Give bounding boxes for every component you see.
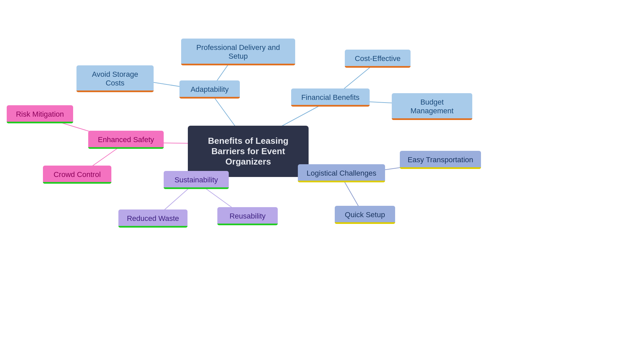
center-node: Benefits of Leasing Barriers for Event O… — [188, 126, 309, 177]
cost-effective-node: Cost-Effective — [345, 50, 411, 68]
enhanced-safety-node: Enhanced Safety — [88, 131, 164, 149]
adaptability-node: Adaptability — [179, 80, 240, 99]
quick-setup-node: Quick Setup — [335, 206, 395, 224]
risk-mitigation-node: Risk Mitigation — [7, 105, 73, 123]
financial-benefits-node: Financial Benefits — [291, 88, 370, 107]
reusability-node: Reusability — [217, 207, 278, 225]
budget-management-node: Budget Management — [392, 93, 472, 120]
avoid-storage-node: Avoid Storage Costs — [76, 65, 154, 92]
easy-transportation-node: Easy Transportation — [400, 151, 481, 169]
crowd-control-node: Crowd Control — [43, 166, 111, 184]
reduced-waste-node: Reduced Waste — [118, 209, 187, 228]
logistical-challenges-node: Logistical Challenges — [298, 164, 385, 182]
professional-delivery-node: Professional Delivery and Setup — [181, 39, 295, 65]
sustainability-node: Sustainability — [164, 171, 229, 189]
